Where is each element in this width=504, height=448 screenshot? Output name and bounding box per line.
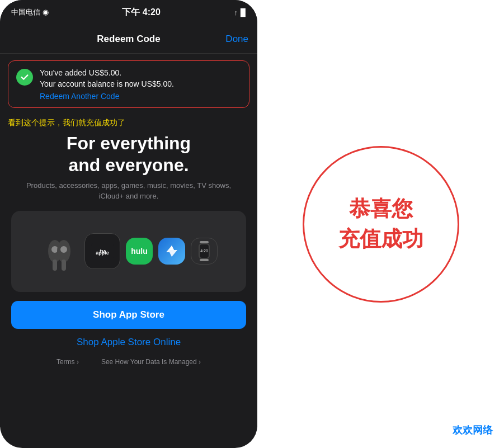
- apple-watch-icon: 4:20: [191, 238, 218, 265]
- hero-title: For everything and everyone.: [11, 133, 246, 176]
- status-bar: 中国电信 ◉ 下午 4:20 ↑ ▉: [0, 0, 257, 25]
- phone-mockup: 中国电信 ◉ 下午 4:20 ↑ ▉ Redeem Code Done You'…: [0, 0, 257, 448]
- svg-rect-4: [62, 260, 66, 271]
- check-circle-icon: [16, 69, 33, 86]
- congrats-line2: 充值成功: [338, 227, 423, 252]
- time-text: 下午 4:20: [122, 7, 160, 18]
- terms-link[interactable]: Terms: [56, 358, 79, 366]
- nav-bar: Redeem Code Done: [0, 25, 257, 54]
- svg-text:4:20: 4:20: [200, 249, 208, 253]
- app-icons-grid: apple tv hulu: [34, 218, 223, 285]
- nav-title: Redeem Code: [97, 34, 160, 45]
- signal-icon: ↑: [234, 8, 238, 17]
- hero-title-line1: For everything: [67, 133, 191, 153]
- right-panel: 恭喜您 充值成功 欢欢网络: [257, 0, 504, 448]
- status-icons: ↑ ▉: [234, 8, 247, 17]
- hero-title-line2: and everyone.: [68, 155, 189, 175]
- svg-rect-12: [200, 259, 209, 261]
- balance-text: Your account balance is now US$5.00.: [40, 79, 241, 90]
- svg-rect-8: [200, 241, 209, 243]
- privacy-link[interactable]: See How Your Data Is Managed: [101, 358, 201, 366]
- airpods-product: [40, 223, 79, 279]
- appstore-icon: [158, 238, 185, 265]
- appletv-icon: apple tv: [84, 233, 120, 269]
- added-amount-text: You've added US$5.00.: [40, 68, 241, 79]
- footer-links: Terms See How Your Data Is Managed: [11, 358, 246, 371]
- svg-rect-1: [53, 260, 57, 271]
- banner-text: You've added US$5.00. Your account balan…: [40, 68, 241, 101]
- annotation-text: 看到这个提示，我们就充值成功了: [0, 115, 257, 130]
- congrats-line1: 恭喜您: [349, 196, 413, 222]
- brand-name: 欢欢网络: [453, 423, 493, 437]
- carrier-text: 中国电信 ◉: [11, 7, 49, 17]
- hero-subtitle: Products, accessories, apps, games, musi…: [11, 180, 246, 202]
- hulu-icon: hulu: [126, 238, 153, 265]
- svg-point-5: [60, 246, 67, 253]
- shop-apple-store-button[interactable]: Shop Apple Store Online: [11, 337, 246, 348]
- product-images: apple tv hulu: [11, 211, 246, 292]
- done-button[interactable]: Done: [225, 34, 248, 45]
- shop-app-store-button[interactable]: Shop App Store: [11, 301, 246, 329]
- redeem-another-link[interactable]: Redeem Another Code: [40, 92, 241, 101]
- success-circle: 恭喜您 充值成功: [303, 146, 459, 303]
- store-content: For everything and everyone. Products, a…: [0, 133, 257, 371]
- battery-icon: ▉: [241, 8, 246, 17]
- success-banner: You've added US$5.00. Your account balan…: [8, 60, 249, 108]
